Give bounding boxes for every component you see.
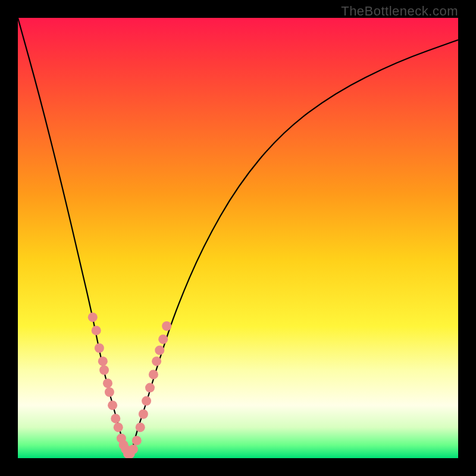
chart-frame: TheBottleneck.com (0, 0, 476, 476)
svg-rect-0 (18, 18, 458, 458)
background-gradient (18, 18, 458, 458)
plot-area (18, 18, 458, 458)
watermark-text: TheBottleneck.com (341, 4, 458, 19)
